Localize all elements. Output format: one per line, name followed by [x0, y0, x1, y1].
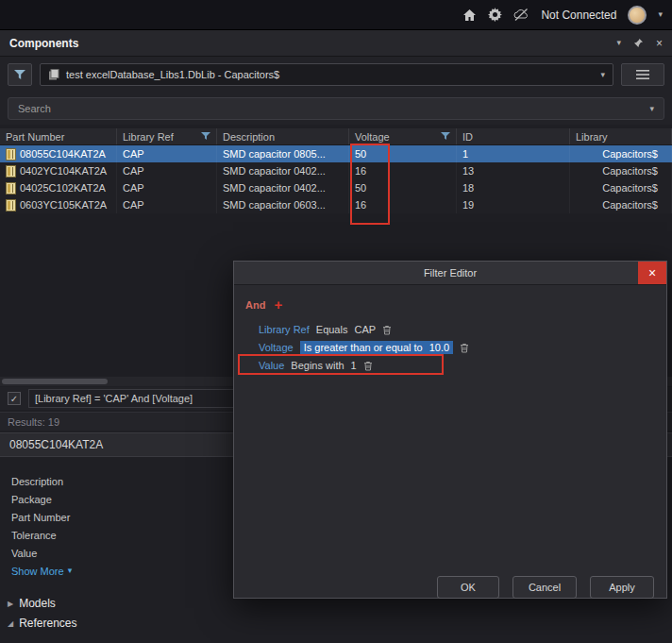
panel-header: Components ▾ × — [0, 30, 672, 57]
dialog-title: Filter Editor — [424, 267, 477, 279]
library-select-caret-down-icon: ▾ — [600, 71, 605, 79]
panel-menu-caret-down-icon[interactable]: ▾ — [616, 39, 621, 47]
parameter-item[interactable]: Part Number — [0, 508, 227, 526]
table-header: Part Number Library Ref Description Volt… — [0, 128, 672, 145]
cell-id: 1 — [457, 145, 570, 162]
condition-value[interactable]: 1 — [351, 360, 357, 371]
component-icon — [6, 148, 16, 161]
component-icon — [6, 199, 16, 212]
column-header-library-ref[interactable]: Library Ref — [117, 128, 217, 144]
condition-highlight: Is greater than or equal to 10.0 — [300, 341, 453, 354]
search-input[interactable] — [18, 103, 644, 114]
cell-library-ref: CAP — [117, 162, 217, 179]
dialog-title-bar[interactable]: Filter Editor × — [234, 262, 666, 285]
collapsed-arrow-icon: ▶ — [8, 600, 13, 608]
top-bar: Not Connected ▾ — [0, 0, 672, 30]
cell-library-ref: CAP — [117, 179, 217, 196]
scrollbar-thumb[interactable] — [2, 379, 108, 384]
cell-part-number: 0603YC105KAT2A — [20, 199, 107, 211]
table-body: 08055C104KAT2A CAP SMD capacitor 0805...… — [0, 145, 672, 213]
close-panel-icon[interactable]: × — [656, 37, 663, 50]
column-filter-funnel-icon[interactable] — [441, 132, 450, 141]
add-condition-button[interactable]: + — [274, 297, 282, 312]
table-row[interactable]: 0402YC104KAT2A CAP SMD capacitor 0402...… — [0, 162, 672, 179]
condition-field[interactable]: Library Ref — [259, 324, 310, 335]
show-more-link[interactable]: Show More ▾ — [0, 562, 227, 580]
condition-field[interactable]: Value — [259, 360, 284, 371]
ok-button[interactable]: OK — [437, 576, 499, 599]
panel-title: Components — [9, 37, 78, 50]
cell-id: 13 — [457, 162, 570, 179]
hamburger-icon — [636, 70, 649, 79]
cell-library-ref: CAP — [117, 196, 217, 213]
cancel-button[interactable]: Cancel — [512, 576, 577, 599]
cell-part-number: 0402YC104KAT2A — [20, 165, 107, 177]
section-references[interactable]: ◢ References — [0, 615, 227, 632]
column-header-library[interactable]: Library — [570, 128, 672, 144]
expanded-arrow-icon: ◢ — [8, 619, 13, 628]
library-select[interactable]: test excelDatabase_Libs1.DbLib - Capacit… — [40, 63, 613, 86]
parameter-item[interactable]: Value — [0, 544, 227, 562]
cell-voltage: 50 — [349, 145, 457, 162]
parameter-item[interactable]: Description — [0, 472, 227, 490]
table-row[interactable]: 0603YC105KAT2A CAP SMD capacitor 0603...… — [0, 196, 672, 213]
column-header-description[interactable]: Description — [217, 128, 349, 144]
pin-icon[interactable] — [633, 38, 644, 48]
column-header-id[interactable]: ID — [457, 128, 570, 144]
panel-options-button[interactable] — [621, 63, 664, 86]
component-icon — [6, 182, 16, 195]
dialog-close-button[interactable]: × — [638, 262, 666, 284]
condition-operator[interactable]: Begins with — [291, 360, 344, 371]
avatar[interactable] — [628, 6, 647, 25]
parameter-item[interactable]: Package — [0, 490, 227, 508]
filter-button[interactable] — [8, 63, 32, 86]
parameter-list: Description Package Part Number Toleranc… — [0, 472, 227, 580]
parameter-item[interactable]: Tolerance — [0, 526, 227, 544]
section-models[interactable]: ▶ Models — [0, 595, 227, 612]
account-caret-down-icon[interactable]: ▾ — [658, 10, 663, 19]
search-caret-down-icon[interactable]: ▾ — [649, 105, 654, 113]
table-row[interactable]: 08055C104KAT2A CAP SMD capacitor 0805...… — [0, 145, 672, 162]
home-icon[interactable] — [462, 8, 477, 22]
dialog-body: And + Library Ref Equals CAP Voltage Is … — [234, 285, 666, 599]
condition-operator[interactable]: Is greater than or equal to — [304, 342, 423, 353]
cell-part-number: 04025C102KAT2A — [20, 182, 106, 194]
filter-expression-text: [Library Ref] = 'CAP' And [Voltage] — [35, 393, 193, 404]
cell-voltage: 16 — [349, 196, 457, 213]
column-header-part-number[interactable]: Part Number — [0, 128, 117, 144]
library-select-value: test excelDatabase_Libs1.DbLib - Capacit… — [66, 69, 279, 80]
library-toolbar: test excelDatabase_Libs1.DbLib - Capacit… — [0, 57, 672, 93]
delete-condition-trash-icon[interactable] — [460, 343, 469, 353]
cell-description: SMD capacitor 0402... — [217, 179, 349, 196]
results-count: Results: 19 — [8, 416, 59, 428]
cell-library: Capacitors$ — [570, 196, 672, 213]
filter-condition: Voltage Is greater than or equal to 10.0 — [259, 339, 469, 356]
cell-library-ref: CAP — [117, 145, 217, 162]
apply-button[interactable]: Apply — [590, 576, 654, 599]
disconnected-icon — [513, 8, 529, 21]
cell-description: SMD capacitor 0805... — [217, 145, 349, 162]
delete-condition-trash-icon[interactable] — [382, 325, 392, 335]
condition-field[interactable]: Voltage — [259, 342, 294, 353]
funnel-icon — [14, 70, 25, 80]
column-header-voltage[interactable]: Voltage — [349, 128, 457, 144]
table-row[interactable]: 04025C102KAT2A CAP SMD capacitor 0402...… — [0, 179, 672, 196]
column-filter-funnel-icon[interactable] — [201, 132, 210, 141]
connection-status[interactable]: Not Connected — [541, 8, 616, 22]
cell-voltage: 16 — [349, 162, 457, 179]
cell-id: 19 — [457, 196, 570, 213]
cell-description: SMD capacitor 0402... — [217, 162, 349, 179]
condition-value[interactable]: 10.0 — [429, 342, 449, 353]
search-box: ▾ — [8, 97, 664, 120]
delete-condition-trash-icon[interactable] — [363, 361, 373, 371]
cell-library: Capacitors$ — [570, 179, 672, 196]
gear-icon[interactable] — [488, 8, 502, 22]
filter-condition: Library Ref Equals CAP — [259, 321, 392, 338]
root-operator[interactable]: And — [245, 299, 265, 311]
search-row: ▾ — [0, 93, 672, 125]
filter-editor-dialog: Filter Editor × And + Library Ref Equals… — [233, 261, 667, 599]
dialog-buttons: OK Cancel Apply — [437, 576, 654, 599]
condition-value[interactable]: CAP — [354, 324, 376, 335]
filter-enabled-checkbox[interactable]: ✓ — [8, 392, 21, 405]
condition-operator[interactable]: Equals — [316, 324, 348, 335]
